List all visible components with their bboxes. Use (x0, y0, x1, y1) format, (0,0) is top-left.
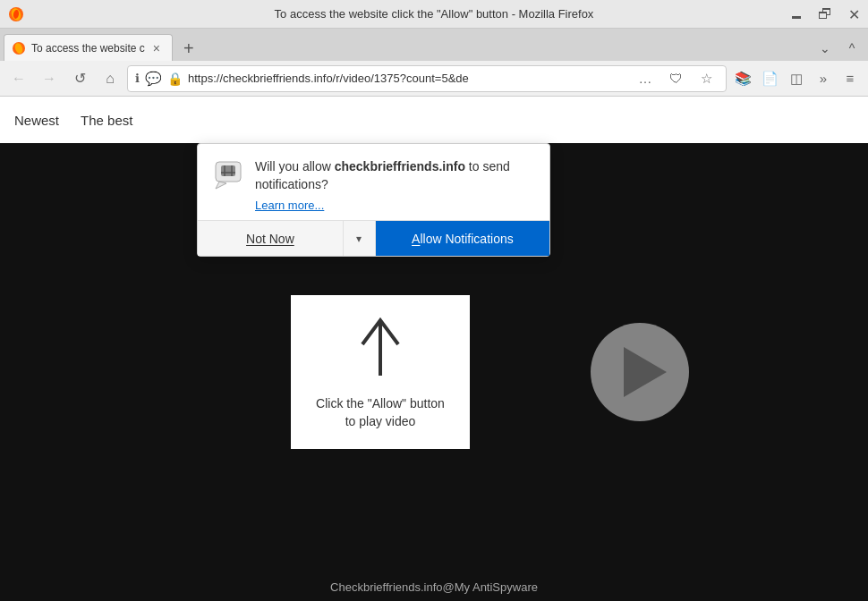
popup-text: Will you allow checkbrieffriends.info to… (255, 158, 535, 213)
reader-view-button[interactable]: 📄 (757, 66, 782, 91)
tab-favicon (12, 41, 26, 55)
new-tab-button[interactable]: + (176, 36, 201, 61)
video-content: Click the "Allow" buttonto play video (291, 295, 470, 448)
popup-question: Will you allow checkbrieffriends.info to… (255, 158, 535, 193)
svg-rect-7 (221, 165, 235, 176)
message-icon: 💬 (145, 71, 162, 87)
notification-popup: Will you allow checkbrieffriends.info to… (197, 143, 550, 257)
nav-item-best[interactable]: The best (81, 109, 132, 131)
svg-marker-11 (216, 182, 226, 189)
back-button[interactable]: ← (5, 65, 32, 92)
popup-buttons: Not Now ▾ Allow Notifications (198, 220, 549, 256)
popup-question-prefix: Will you allow (255, 159, 335, 174)
home-button[interactable]: ⌂ (97, 65, 123, 92)
url-input[interactable] (188, 72, 627, 85)
video-instruction: Click the "Allow" buttonto play video (316, 395, 445, 430)
title-bar: To access the website click the "Allow" … (0, 0, 868, 29)
allow-btn-rest: llow Notifications (420, 232, 513, 246)
page-content: Newest The best Click the "Allow" button… (0, 97, 868, 601)
bookmark-button[interactable]: ☆ (694, 66, 719, 91)
library-button[interactable]: 📚 (730, 66, 755, 91)
firefox-icon (7, 5, 25, 23)
menu-button[interactable]: ≡ (838, 66, 863, 91)
window-controls: 🗕 🗗 ✕ (782, 0, 868, 29)
tab-bar-right: ⌄ ^ (813, 36, 864, 61)
not-now-button[interactable]: Not Now (198, 221, 344, 256)
tab-list-down-button[interactable]: ⌄ (813, 36, 838, 61)
tab-close-button[interactable]: × (149, 40, 165, 56)
shield-button[interactable]: 🛡 (663, 66, 688, 91)
window-title: To access the website click the "Allow" … (275, 7, 594, 21)
allow-btn-underline-a: A (412, 232, 420, 246)
nav-right-icons: 📚 📄 ◫ » ≡ (730, 66, 863, 91)
notification-bell-icon (212, 158, 244, 190)
popup-header: Will you allow checkbrieffriends.info to… (198, 144, 549, 220)
sidebar-button[interactable]: ◫ (784, 66, 809, 91)
arrow-up-icon (353, 313, 407, 385)
footer-text: Checkbrieffriends.info@My AntiSpyware (330, 580, 538, 594)
active-tab[interactable]: To access the website c × (4, 34, 173, 61)
popup-domain: checkbrieffriends.info (335, 159, 465, 174)
lock-icon: 🔒 (167, 72, 183, 86)
restore-button[interactable]: 🗗 (811, 0, 839, 29)
forward-button[interactable]: → (36, 65, 63, 92)
nav-item-newest[interactable]: Newest (14, 109, 59, 131)
nav-bar: ← → ↺ ⌂ ℹ 💬 🔒 … 🛡 ☆ 📚 📄 ◫ » ≡ (0, 61, 868, 97)
title-bar-left (7, 0, 25, 29)
tab-list-up-button[interactable]: ^ (839, 36, 864, 61)
info-icon: ℹ (135, 72, 140, 85)
reload-button[interactable]: ↺ (66, 65, 93, 92)
play-button[interactable] (591, 323, 689, 421)
minimize-button[interactable]: 🗕 (782, 0, 811, 29)
site-nav: Newest The best (0, 97, 868, 143)
tab-title: To access the website c (31, 42, 145, 55)
tab-bar: To access the website c × + ⌄ ^ (0, 29, 868, 61)
learn-more-link[interactable]: Learn more... (255, 199, 324, 212)
more-button[interactable]: … (633, 66, 658, 91)
allow-notifications-button[interactable]: Allow Notifications (376, 221, 549, 256)
address-bar[interactable]: ℹ 💬 🔒 … 🛡 ☆ (127, 65, 727, 92)
expand-button[interactable]: » (811, 66, 836, 91)
play-triangle-icon (624, 347, 667, 397)
close-button[interactable]: ✕ (839, 0, 868, 29)
not-now-dropdown-button[interactable]: ▾ (344, 221, 376, 256)
